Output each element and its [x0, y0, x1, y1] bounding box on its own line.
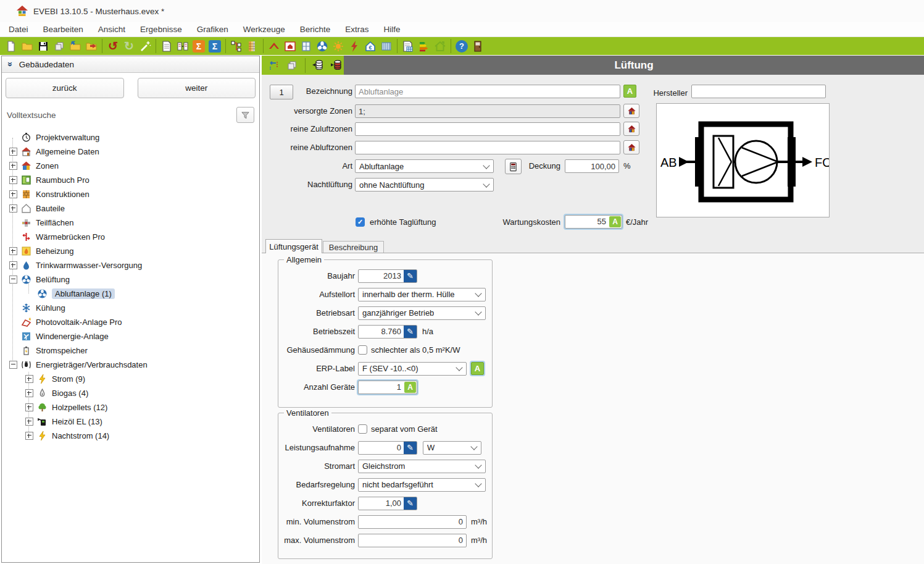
building-green-icon[interactable]: [432, 38, 448, 54]
tab-lueftungsgeraet[interactable]: Lüftungsgerät: [265, 239, 322, 253]
house-energy-icon[interactable]: €: [362, 38, 378, 54]
erhoehte-taglueftung-checkbox[interactable]: ✓: [356, 217, 365, 227]
betriebsart-select[interactable]: ganzjähriger Betrieb: [358, 306, 486, 320]
menu-datei[interactable]: Datei: [1, 25, 36, 34]
sidebar-item-trinkwarmwasser[interactable]: Trinkwarmwasser-Versorgung: [2, 258, 259, 272]
import-project-icon[interactable]: [67, 38, 83, 54]
sidebar-item-raumbuch-pro[interactable]: Raumbuch Pro: [2, 173, 259, 187]
min-volumenstrom-input[interactable]: 0: [358, 515, 467, 529]
menu-extras[interactable]: Extras: [338, 25, 376, 34]
sidebar-item-belueftung[interactable]: Belüftung: [2, 272, 259, 287]
copy-icon[interactable]: [51, 38, 67, 54]
expander-icon[interactable]: [9, 204, 17, 213]
solar-icon[interactable]: [330, 38, 346, 54]
expander-icon[interactable]: [9, 261, 17, 269]
filter-button[interactable]: [236, 107, 254, 123]
expander-icon[interactable]: [9, 148, 17, 156]
expander-icon[interactable]: [25, 375, 33, 383]
menu-berichte[interactable]: Berichte: [293, 25, 338, 34]
sidebar-item-teilflaechen[interactable]: Teilflächen: [2, 216, 259, 230]
expander-icon[interactable]: [25, 389, 33, 397]
edit-button[interactable]: ✎: [404, 326, 417, 338]
window-element-icon[interactable]: [298, 38, 314, 54]
undo-icon[interactable]: ↺: [105, 38, 121, 54]
transfer-values-icon[interactable]: [266, 57, 281, 73]
sidebar-item-konstruktionen[interactable]: Konstruktionen: [2, 187, 259, 201]
menu-werkzeuge[interactable]: Werkzeuge: [236, 25, 293, 34]
auto-value-button[interactable]: A: [609, 216, 621, 227]
leistungsaufnahme-unit-select[interactable]: W: [423, 441, 481, 455]
reine-zuluftzonen-input[interactable]: [355, 122, 620, 136]
wartungskosten-input[interactable]: 55A: [565, 215, 622, 229]
expander-icon[interactable]: [9, 361, 17, 369]
sidebar-item-energietraeger[interactable]: Energieträger/Verbrauchsdaten: [2, 358, 259, 372]
betriebszeit-input[interactable]: 8.760✎: [358, 325, 417, 339]
sidebar-item-kuehlung[interactable]: Kühlung: [2, 301, 259, 315]
expander-icon[interactable]: [25, 403, 33, 411]
sidebar-item-beheizung[interactable]: Beheizung: [2, 244, 259, 258]
art-select[interactable]: Abluftanlage: [355, 159, 494, 173]
energy-label-icon[interactable]: [416, 38, 432, 54]
heating-system-icon[interactable]: [378, 38, 394, 54]
menu-ergebnisse[interactable]: Ergebnisse: [133, 25, 189, 34]
back-button[interactable]: zurück: [6, 78, 124, 98]
sidebar-item-waermebruecken-pro[interactable]: Wärmebrücken Pro: [2, 230, 259, 244]
sidebar-item-bauteile[interactable]: Bauteile: [2, 201, 259, 216]
edit-button[interactable]: ✎: [404, 497, 417, 510]
expander-icon[interactable]: [9, 176, 17, 184]
building-envelope-icon[interactable]: [282, 38, 298, 54]
report-document-icon[interactable]: [159, 38, 175, 54]
ventilation-icon[interactable]: [314, 38, 330, 54]
sum-orange-icon[interactable]: Σ: [191, 38, 207, 54]
expander-icon[interactable]: [25, 432, 33, 440]
menu-grafiken[interactable]: Grafiken: [189, 25, 236, 34]
compare-documents-icon[interactable]: [175, 38, 191, 54]
sidebar-item-nachtstrom[interactable]: Nachtstrom (14): [2, 429, 259, 443]
sidebar-item-zonen[interactable]: Zonen: [2, 159, 259, 173]
next-button[interactable]: weiter: [138, 78, 256, 98]
tab-beschreibung[interactable]: Beschreibung: [323, 241, 384, 253]
sidebar-item-heizoel[interactable]: Heizöl EL (13): [2, 415, 259, 429]
duplicate-icon[interactable]: [285, 57, 299, 73]
stromart-select[interactable]: Gleichstrom: [358, 460, 486, 473]
nachtlueftung-select[interactable]: ohne Nachtlüftung: [355, 178, 494, 192]
roof-icon[interactable]: [266, 38, 282, 54]
report-tables-icon[interactable]: [400, 38, 416, 54]
expander-icon[interactable]: [9, 247, 17, 255]
versorgte-zonen-input[interactable]: [355, 104, 620, 118]
record-index-box[interactable]: 1: [270, 85, 293, 99]
sidebar-item-allgemeine-daten[interactable]: Allgemeine Daten: [2, 145, 259, 159]
export-project-icon[interactable]: [83, 38, 99, 54]
zone-picker-button[interactable]: [623, 104, 639, 118]
max-volumenstrom-input[interactable]: 0: [358, 534, 467, 547]
expander-icon[interactable]: [9, 190, 17, 198]
bezeichnung-input[interactable]: [355, 85, 620, 98]
edit-button[interactable]: ✎: [404, 442, 417, 454]
expander-icon[interactable]: [9, 162, 17, 170]
baujahr-input[interactable]: 2013✎: [358, 269, 417, 283]
auto-value-button[interactable]: A: [471, 362, 484, 375]
expander-icon[interactable]: [25, 418, 33, 426]
anzahl-geraete-input[interactable]: 1A: [358, 381, 417, 394]
help-icon[interactable]: ?: [454, 38, 470, 54]
save-to-database-icon[interactable]: [329, 57, 344, 73]
project-structure-icon[interactable]: [228, 38, 244, 54]
redo-icon[interactable]: ↻: [121, 38, 137, 54]
gehaeusedaemmung-checkbox[interactable]: [358, 345, 367, 355]
open-file-icon[interactable]: [19, 38, 35, 54]
zone-picker-button[interactable]: [623, 122, 639, 136]
exit-door-icon[interactable]: [470, 38, 486, 54]
sidebar-item-strom[interactable]: Strom (9): [2, 372, 259, 386]
sidebar-item-biogas[interactable]: Biogas (4): [2, 386, 259, 400]
menu-hilfe[interactable]: Hilfe: [377, 25, 408, 34]
auto-value-button[interactable]: A: [404, 382, 416, 393]
sidebar-item-windenergie[interactable]: Windenergie-Anlage: [2, 329, 259, 343]
sidebar-item-stromspeicher[interactable]: Stromspeicher: [2, 343, 259, 358]
sidebar-item-photovoltaik[interactable]: Photovoltaik-Anlage Pro: [2, 315, 259, 329]
sum-blue-icon[interactable]: Σ: [207, 38, 223, 54]
hersteller-input[interactable]: [691, 85, 826, 98]
menu-ansicht[interactable]: Ansicht: [91, 25, 133, 34]
erp-label-select[interactable]: F (SEV -10..<0): [358, 362, 467, 376]
reine-abluftzonen-input[interactable]: [355, 141, 620, 154]
separat-checkbox[interactable]: [358, 424, 367, 434]
